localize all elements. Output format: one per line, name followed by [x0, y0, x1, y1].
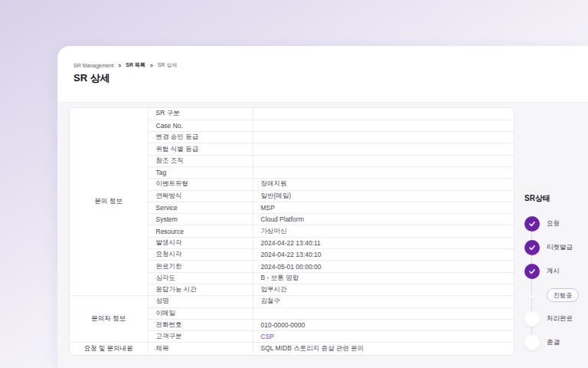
- field-value: [253, 143, 514, 155]
- field-label: 이메일: [148, 307, 253, 319]
- check-icon: [528, 268, 536, 275]
- group-label: 요청 및 문의내용: [70, 343, 148, 354]
- step-done: 게시: [524, 264, 588, 279]
- step-label: 종결: [547, 338, 560, 347]
- field-label: 위험 식별 등급: [148, 143, 253, 155]
- field-label: Case No.: [148, 120, 253, 131]
- step-pending: 종결: [524, 335, 588, 350]
- field-label: 참조 조직: [148, 155, 253, 166]
- field-value: 업무시간: [253, 284, 514, 295]
- field-label: 응답가능 시간: [148, 284, 253, 295]
- field-value: Cloud Platform: [253, 214, 514, 225]
- breadcrumb-separator: >: [150, 63, 153, 68]
- field-value: 010-0000-0000: [253, 319, 514, 330]
- main-card: SR Management>SR 목록>SR 상세 SR 상세 1 문의 정보S…: [57, 46, 588, 368]
- sr-detail-panel: 문의 정보SR 구분Case No.변경 승인 등급위험 식별 등급참조 조직T…: [69, 107, 514, 356]
- field-label: 연락방식: [148, 190, 253, 202]
- breadcrumb-item[interactable]: SR 상세: [158, 61, 178, 69]
- group-label: 문의자 정보: [70, 296, 148, 343]
- sr-status-stepper: SR상태 요청티켓발급게시진행중처리완료종결: [524, 193, 588, 359]
- field-value: [253, 166, 514, 178]
- field-value: [253, 155, 514, 166]
- breadcrumb: SR Management>SR 목록>SR 상세: [74, 61, 177, 69]
- field-label: System: [148, 214, 253, 225]
- step-circle: [524, 288, 540, 303]
- stepper-title: SR상태: [524, 193, 588, 204]
- field-value: MSP: [253, 202, 514, 213]
- breadcrumb-item[interactable]: SR Management: [74, 63, 114, 68]
- field-label: Resource: [148, 225, 253, 237]
- breadcrumb-item[interactable]: SR 목록: [126, 61, 145, 69]
- field-label: 고객구분: [148, 331, 253, 343]
- step-done: 티켓발급: [524, 240, 588, 255]
- field-label: SR 구분: [148, 108, 253, 120]
- field-value: 김철수: [253, 296, 514, 307]
- step-circle: [524, 264, 540, 279]
- step-label: 티켓발급: [547, 243, 573, 252]
- field-label: Tag: [148, 166, 253, 178]
- step-circle: [524, 216, 540, 232]
- field-value: SQL MIDB 스토리지 증설 관련 문의: [253, 343, 514, 354]
- field-value: B - 보통 영향: [253, 272, 514, 284]
- table-row: 문의자 정보성명김철수: [70, 296, 514, 307]
- step-label: 요청: [547, 219, 560, 228]
- field-value: [253, 108, 514, 120]
- field-label: 제목: [148, 343, 253, 354]
- step-circle: [524, 335, 540, 350]
- field-label: 이벤트유형: [148, 179, 253, 190]
- check-icon: [528, 220, 536, 228]
- page-header: SR Management>SR 목록>SR 상세 SR 상세: [57, 46, 588, 102]
- field-label: 완료기한: [148, 261, 253, 272]
- check-icon: [528, 291, 536, 299]
- table-row: 요청 및 문의내용제목SQL MIDB 스토리지 증설 관련 문의: [70, 343, 514, 354]
- detail-table: 문의 정보SR 구분Case No.변경 승인 등급위험 식별 등급참조 조직T…: [70, 108, 514, 354]
- step-label: 진행중: [547, 288, 579, 302]
- stepper-steps: 요청티켓발급게시진행중처리완료종결: [524, 216, 588, 350]
- group-label: 문의 정보: [70, 108, 148, 296]
- page-title: SR 상세: [74, 71, 110, 85]
- field-value: 가상머신: [253, 225, 514, 237]
- field-value: [253, 307, 514, 319]
- field-value: 2024-04-22 13:40:10: [253, 249, 514, 261]
- step-done: 요청: [524, 216, 588, 232]
- field-value: 일반(메일): [253, 190, 514, 202]
- step-label: 게시: [547, 267, 560, 276]
- field-value: [253, 132, 514, 143]
- breadcrumb-separator: >: [119, 63, 122, 68]
- field-value: CSP: [253, 331, 514, 343]
- field-label: 전화번호: [148, 319, 253, 330]
- step-pending: 처리완료: [524, 311, 588, 327]
- field-label: 요청시각: [148, 249, 253, 261]
- field-value: 2024-05-01 00:00:00: [253, 261, 514, 272]
- step-current: 진행중: [524, 288, 588, 303]
- field-label: 발생시각: [148, 237, 253, 248]
- field-label: 변경 승인 등급: [148, 132, 253, 143]
- content-area: 문의 정보SR 구분Case No.변경 승인 등급위험 식별 등급참조 조직T…: [57, 102, 588, 368]
- field-label: 심각도: [148, 272, 253, 284]
- field-value: 장애지원: [253, 179, 514, 190]
- table-row: 문의 정보SR 구분: [70, 108, 514, 120]
- step-circle: [524, 311, 540, 327]
- step-label: 처리완료: [547, 314, 573, 324]
- field-value: 2024-04-22 13:40:11: [253, 237, 514, 248]
- field-label: Service: [148, 202, 253, 213]
- field-value: [253, 120, 514, 131]
- check-icon: [528, 244, 536, 251]
- step-circle: [524, 240, 540, 255]
- field-label: 성명: [148, 296, 253, 307]
